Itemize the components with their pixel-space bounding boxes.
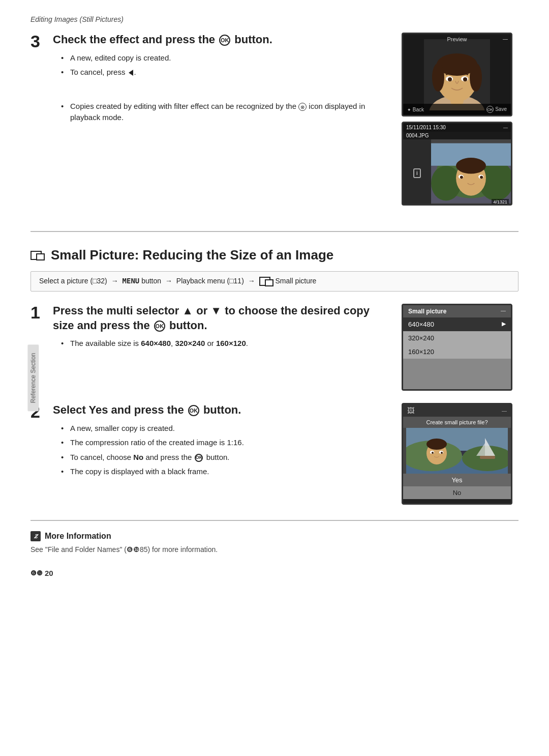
section2-heading-row: Small Picture: Reducing the Size of an I… xyxy=(30,247,518,263)
bullet-item: To cancel, press . xyxy=(61,67,391,78)
more-info-section: 𝒁 More Information See "File and Folder … xyxy=(30,520,518,554)
section1: 3 Check the effect and press the OK butt… xyxy=(30,33,518,232)
face-illustration xyxy=(424,39,490,110)
timestamp: 15/11/2011 15:30 xyxy=(406,125,446,130)
svg-point-10 xyxy=(463,77,467,81)
create-msg: Create small picture file? xyxy=(403,417,511,428)
svg-point-32 xyxy=(441,452,443,454)
more-info-text: See "File and Folder Names" (❻❿85) for m… xyxy=(30,545,518,554)
small-picture-preview xyxy=(406,428,508,474)
yes-item: Yes xyxy=(403,474,511,486)
filename: 0004.JPG xyxy=(403,132,511,139)
step3-images: Preview — xyxy=(402,33,518,206)
step1-bullets: The available size is 640×480, 320×240 o… xyxy=(53,338,391,350)
back-btn-label: ✦ Back xyxy=(407,107,424,112)
info-badge: i xyxy=(413,168,421,178)
no-item: No xyxy=(403,486,511,499)
menu-item-320: 320×240 xyxy=(403,331,511,345)
menu-item-label: 160×120 xyxy=(408,348,434,356)
screen-icon-top-right: — xyxy=(503,36,508,42)
step1-number: 1 xyxy=(30,304,46,321)
playback-screen: 15/11/2011 15:30 — 0004.JPG i xyxy=(402,122,512,206)
camera-face xyxy=(403,34,511,115)
instruction-box: Select a picture (□32) → MENU button → P… xyxy=(30,271,518,292)
more-info-title: 𝒁 More Information xyxy=(30,531,518,541)
save-btn-label: OK Save xyxy=(486,106,507,113)
step1-bullet: The available size is 640×480, 320×240 o… xyxy=(61,338,391,350)
menu-empty-space xyxy=(403,359,511,389)
step1-title: Press the multi selector ▲ or ▼ to choos… xyxy=(53,304,391,333)
step2-content: Select Yes and press the OK button. A ne… xyxy=(53,403,518,505)
small-picture-menu: Small picture — 640×480 ▶ 320×240 160×12… xyxy=(402,304,512,391)
svg-rect-33 xyxy=(480,456,495,459)
counter: 4/1321 xyxy=(492,199,509,205)
camera-bottom-bar: ✦ Back OK Save xyxy=(403,104,511,115)
step3-content: Check the effect and press the OK button… xyxy=(53,33,518,206)
note-bullet: Copies created by editing with filter ef… xyxy=(61,101,391,124)
small-picture-icon xyxy=(30,251,42,260)
menu-header: Small picture — xyxy=(403,305,511,317)
small-pic-inline-icon xyxy=(259,277,270,286)
step2-bullet-4: The copy is displayed with a black frame… xyxy=(61,466,391,478)
page-footer: ❻❿20 xyxy=(30,569,518,577)
step1-row: 1 Press the multi selector ▲ or ▼ to cho… xyxy=(30,304,518,391)
step3-text-col: Check the effect and press the OK button… xyxy=(53,33,391,127)
create-screen-icon: 🖼 xyxy=(407,406,414,415)
step1-text: Press the multi selector ▲ or ▼ to choos… xyxy=(53,304,391,353)
ok-circle-inline: OK xyxy=(195,454,203,462)
bullet-item: A new, edited copy is created. xyxy=(61,52,391,64)
section2: Small Picture: Reducing the Size of an I… xyxy=(30,247,518,505)
footer-page: 20 xyxy=(45,569,53,577)
ok-badge-save: OK xyxy=(486,106,494,113)
step2-content-row: Select Yes and press the OK button. A ne… xyxy=(53,403,518,505)
svg-point-13 xyxy=(431,166,461,201)
step2-images: 🖼 — Create small picture file? xyxy=(402,403,518,505)
menu-title: Small picture xyxy=(408,308,446,315)
left-arrow-icon xyxy=(129,70,133,76)
menu-item-label: 640×480 xyxy=(408,321,434,328)
step3-row: 3 Check the effect and press the OK butt… xyxy=(30,33,518,206)
filter-icon: ⊗ xyxy=(298,103,307,111)
step3-note-bullets: Copies created by editing with filter ef… xyxy=(53,101,391,124)
screen2-top: 15/11/2011 15:30 — xyxy=(403,123,511,132)
step1-images: Small picture — 640×480 ▶ 320×240 160×12… xyxy=(402,304,518,391)
step2-bullet-2: The compression ratio of the created ima… xyxy=(61,437,391,449)
step2-title: Select Yes and press the OK button. xyxy=(53,403,391,418)
svg-point-6 xyxy=(470,63,482,92)
create-screen: 🖼 — Create small picture file? xyxy=(402,403,512,505)
section2-title: Small Picture: Reducing the Size of an I… xyxy=(51,247,333,263)
svg-point-31 xyxy=(432,452,434,454)
menu-item-arrow: ▶ xyxy=(502,321,506,328)
svg-point-5 xyxy=(432,63,444,92)
screen2-icon: — xyxy=(503,125,508,130)
step2-bullets: A new, smaller copy is created. The comp… xyxy=(53,423,391,478)
menu-icon: — xyxy=(501,308,506,315)
step3-with-image: Check the effect and press the OK button… xyxy=(53,33,518,206)
step2-bullet-3: To cancel, choose No and press the OK bu… xyxy=(61,452,391,463)
step1-with-image: Press the multi selector ▲ or ▼ to choos… xyxy=(53,304,518,391)
step3-number: 3 xyxy=(30,33,46,50)
playback-image xyxy=(431,139,511,206)
screen2-right: 4/1321 xyxy=(431,139,511,206)
ok-circle-s3: OK xyxy=(188,405,199,416)
create-header: 🖼 — xyxy=(403,404,511,417)
screen2-left: i xyxy=(403,139,431,206)
menu-item-label: 320×240 xyxy=(408,334,434,342)
footer-icons: ❻❿ xyxy=(30,569,43,577)
svg-point-17 xyxy=(456,158,486,173)
step2-text: Select Yes and press the OK button. A ne… xyxy=(53,403,391,481)
create-header-icon: — xyxy=(502,408,507,414)
page-header: Editing Images (Still Pictures) xyxy=(30,15,518,23)
more-info-icon: 𝒁 xyxy=(30,531,41,541)
sidebar-label: Reference Section xyxy=(27,345,39,412)
svg-point-20 xyxy=(460,176,463,179)
step3-bullets: A new, edited copy is created. To cancel… xyxy=(53,52,391,78)
preview-label: Preview xyxy=(403,36,511,42)
preview-screen: Preview — xyxy=(402,33,512,117)
svg-point-28 xyxy=(426,439,447,450)
step3-title: Check the effect and press the OK button… xyxy=(53,33,391,47)
create-image xyxy=(403,428,511,474)
step2-bullet-1: A new, smaller copy is created. xyxy=(61,423,391,434)
svg-point-9 xyxy=(448,77,452,81)
yes-no-container: Yes No xyxy=(403,474,511,499)
